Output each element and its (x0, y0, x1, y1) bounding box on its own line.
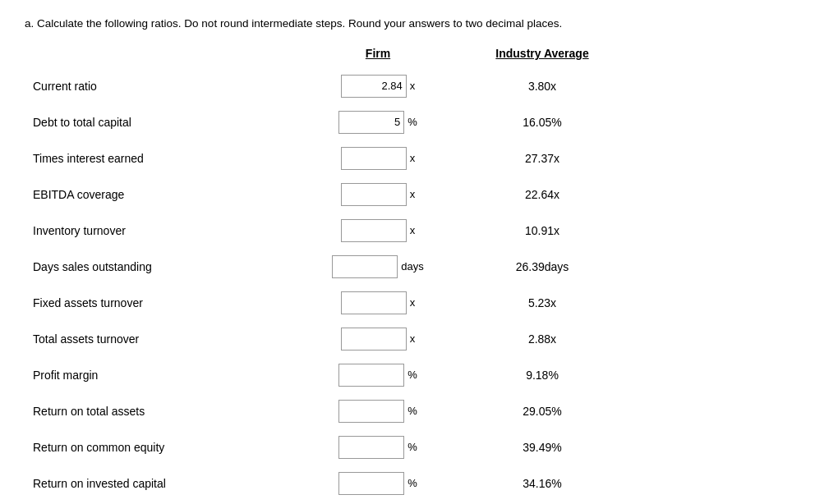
ratio-input-area: x (296, 75, 460, 98)
ratio-input-field[interactable] (341, 219, 407, 242)
firm-header: Firm (296, 47, 460, 60)
ratio-unit: x (410, 152, 416, 164)
industry-value: 34.16% (460, 477, 624, 490)
industry-value: 39.49% (460, 441, 624, 454)
table-row: Times interest earnedx27.37x (25, 140, 813, 176)
ratio-unit: x (410, 224, 416, 236)
ratio-input-field[interactable] (341, 328, 407, 351)
ratio-unit: % (407, 116, 417, 128)
ratio-unit: % (407, 441, 417, 453)
ratio-input-area: % (296, 472, 460, 495)
table-row: Profit margin%9.18% (25, 357, 813, 393)
table-row: Inventory turnoverx10.91x (25, 213, 813, 249)
industry-value: 16.05% (460, 116, 624, 129)
ratio-input-field[interactable] (338, 400, 404, 423)
ratio-input-field[interactable] (338, 364, 404, 387)
ratio-input-area: x (296, 147, 460, 170)
ratio-label: Times interest earned (25, 152, 296, 165)
ratio-label: Current ratio (25, 80, 296, 93)
industry-value: 3.80x (460, 80, 624, 93)
ratio-label: Days sales outstanding (25, 260, 296, 273)
industry-value: 29.05% (460, 405, 624, 418)
ratio-input-area: x (296, 328, 460, 351)
ratio-input-field[interactable] (341, 75, 407, 98)
industry-value: 10.91x (460, 224, 624, 237)
ratio-label: Return on common equity (25, 441, 296, 454)
table-row: Total assets turnoverx2.88x (25, 321, 813, 357)
ratio-input-area: x (296, 291, 460, 314)
industry-header: Industry Average (460, 47, 624, 60)
ratio-label: EBITDA coverage (25, 188, 296, 201)
ratio-input-field[interactable] (332, 255, 398, 278)
industry-value: 22.64x (460, 188, 624, 201)
ratio-unit: x (410, 332, 416, 345)
ratio-input-area: x (296, 183, 460, 206)
industry-value: 9.18% (460, 369, 624, 382)
industry-value: 2.88x (460, 332, 624, 346)
table-row: Return on common equity%39.49% (25, 429, 813, 465)
ratio-input-field[interactable] (341, 183, 407, 206)
table-row: Current ratiox3.80x (25, 68, 813, 104)
instructions-text: a. Calculate the following ratios. Do no… (25, 16, 813, 32)
ratio-unit: x (410, 80, 416, 92)
ratio-input-field[interactable] (341, 291, 407, 314)
ratio-input-field[interactable] (341, 147, 407, 170)
industry-value: 26.39days (460, 260, 624, 273)
ratio-label: Return on total assets (25, 405, 296, 418)
ratio-input-field[interactable] (338, 111, 404, 134)
ratio-label: Fixed assets turnover (25, 296, 296, 309)
ratios-table: Current ratiox3.80xDebt to total capital… (25, 68, 813, 502)
ratio-unit: x (410, 296, 416, 309)
ratio-input-field[interactable] (338, 436, 404, 459)
ratio-label: Profit margin (25, 369, 296, 382)
industry-value: 5.23x (460, 296, 624, 309)
ratio-input-area: % (296, 436, 460, 459)
table-row: Days sales outstandingdays26.39days (25, 249, 813, 285)
ratio-input-area: % (296, 111, 460, 134)
ratio-label: Return on invested capital (25, 477, 296, 490)
table-row: Return on total assets%29.05% (25, 393, 813, 429)
ratio-label: Inventory turnover (25, 224, 296, 237)
ratio-unit: % (407, 369, 417, 381)
industry-value: 27.37x (460, 152, 624, 165)
ratio-unit: days (401, 260, 423, 273)
ratio-input-area: x (296, 219, 460, 242)
ratio-input-area: % (296, 364, 460, 387)
ratio-input-area: days (296, 255, 460, 278)
table-row: Fixed assets turnoverx5.23x (25, 285, 813, 321)
table-row: Return on invested capital%34.16% (25, 465, 813, 502)
ratio-unit: % (407, 405, 417, 417)
ratio-label: Debt to total capital (25, 116, 296, 129)
ratio-input-field[interactable] (338, 472, 404, 495)
table-header: Firm Industry Average (25, 47, 813, 60)
ratio-unit: % (407, 477, 417, 489)
table-row: Debt to total capital%16.05% (25, 104, 813, 140)
ratio-input-area: % (296, 400, 460, 423)
table-row: EBITDA coveragex22.64x (25, 176, 813, 213)
ratio-label: Total assets turnover (25, 332, 296, 346)
ratio-unit: x (410, 188, 416, 200)
